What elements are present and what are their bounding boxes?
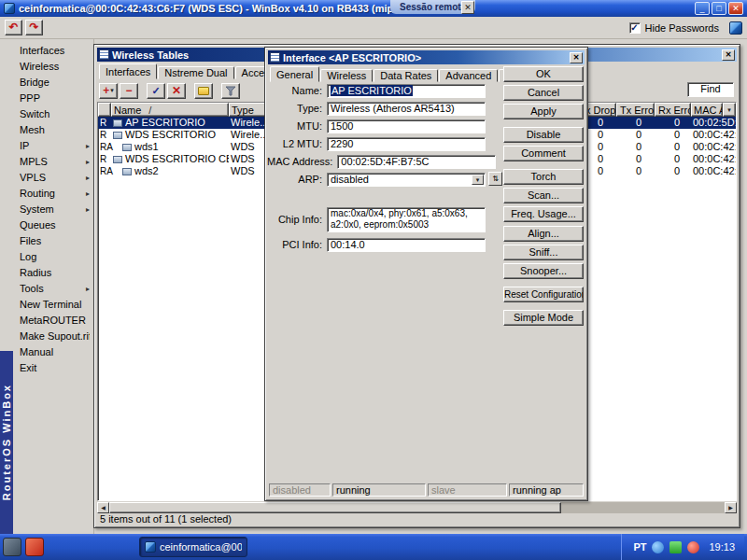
sidebar-item-vpls[interactable]: VPLS▸: [13, 170, 93, 186]
sidebar-item-manual[interactable]: Manual: [13, 344, 93, 360]
apply-button[interactable]: Apply: [503, 104, 584, 119]
arp-updown-button[interactable]: ⇅: [488, 172, 502, 186]
sidebar-item-ip[interactable]: IP▸: [13, 138, 93, 154]
arp-select[interactable]: disabled ▾: [327, 173, 486, 187]
sidebar-item-switch[interactable]: Switch: [13, 106, 93, 122]
sidebar-item-system[interactable]: System▸: [13, 202, 93, 217]
scrollbar-thumb[interactable]: [109, 502, 561, 513]
tab-general[interactable]: General: [270, 66, 319, 82]
sidebar-item-label: Manual: [20, 344, 90, 360]
ok-button[interactable]: OK: [503, 66, 584, 82]
taskbar-quicklaunch-icon-1[interactable]: [3, 538, 21, 556]
sidebar-item-tools[interactable]: Tools▸: [13, 281, 93, 297]
language-indicator[interactable]: PT: [633, 541, 646, 553]
comment-button[interactable]: [194, 83, 213, 99]
taskbar-quicklaunch-icon-2[interactable]: [25, 538, 44, 556]
undo-button[interactable]: ↶: [5, 20, 22, 35]
horizontal-scrollbar[interactable]: ◀ ▶: [97, 502, 737, 513]
taskbar-task-winbox[interactable]: ceinformatica@00:0...: [139, 537, 247, 557]
column-header-flags[interactable]: [98, 103, 111, 117]
hide-passwords-control[interactable]: ✓ Hide Passwords: [629, 22, 719, 34]
disable-button[interactable]: ✕: [167, 83, 186, 99]
sidebar-item-label: Mesh: [20, 122, 90, 138]
row-rx-errors: 0: [655, 165, 691, 177]
tab-wireless[interactable]: Wireless: [320, 69, 373, 82]
sidebar-item-routing[interactable]: Routing▸: [13, 186, 93, 202]
simple-mode-button[interactable]: Simple Mode: [503, 310, 584, 326]
torch-button[interactable]: Torch: [503, 169, 584, 185]
session-close-button[interactable]: ✕: [461, 1, 474, 14]
scan-button[interactable]: Scan...: [503, 188, 584, 203]
remove-button[interactable]: −: [120, 83, 138, 99]
sidebar-item-label: Switch: [20, 106, 90, 122]
row-name: WDS ESCRITORIO CB: [125, 153, 229, 165]
mtu-input[interactable]: 1500: [327, 119, 486, 133]
enable-button[interactable]: ✓: [147, 83, 165, 99]
sidebar-item-metarouter[interactable]: MetaROUTER: [13, 313, 93, 329]
column-header-type[interactable]: Type: [229, 103, 266, 117]
reset-configuration-button[interactable]: Reset Configuration: [503, 287, 584, 302]
row-name: WDS ESCRITORIO: [125, 129, 216, 141]
tray-status-icon-3[interactable]: [687, 541, 699, 553]
tab-interfaces[interactable]: Interfaces: [99, 63, 157, 79]
submenu-arrow-icon: ▸: [86, 202, 90, 217]
name-input[interactable]: AP ESCRITORIO: [327, 84, 486, 98]
snooper-button[interactable]: Snooper...: [503, 263, 584, 279]
sidebar-item-queues[interactable]: Queues: [13, 217, 93, 233]
scrollbar-track[interactable]: [561, 502, 725, 513]
find-button[interactable]: Find: [687, 82, 734, 97]
column-select-button[interactable]: ▾: [723, 103, 736, 117]
l2-mtu-input[interactable]: 2290: [327, 137, 486, 151]
column-label: Type: [232, 105, 254, 116]
wireless-tables-title: Wireless Tables: [112, 49, 189, 61]
sidebar-item-mesh[interactable]: Mesh: [13, 122, 93, 138]
sidebar-item-log[interactable]: Log: [13, 249, 93, 265]
chip-info-field-row: Chip Info: mac:0xa/0x4, phy:0x61, a5:0x6…: [267, 206, 502, 232]
mac-address-input[interactable]: 00:02:5D:4F:B7:5C: [337, 155, 496, 169]
brand-strip: RouterOS WinBox: [0, 39, 13, 534]
freq-usage-button[interactable]: Freq. Usage...: [503, 206, 584, 222]
sidebar-item-mpls[interactable]: MPLS▸: [13, 154, 93, 170]
combo-dropdown-icon[interactable]: ▾: [472, 175, 484, 185]
align-button[interactable]: Align...: [503, 226, 584, 242]
sidebar-item-bridge[interactable]: Bridge: [13, 75, 93, 91]
tab-nstreme-dual[interactable]: Nstreme Dual: [158, 66, 233, 79]
sidebar-item-ppp[interactable]: PPP: [13, 91, 93, 106]
sidebar-item-interfaces[interactable]: Interfaces: [13, 43, 93, 59]
sidebar-item-label: Routing: [20, 186, 86, 202]
cancel-button[interactable]: Cancel: [503, 85, 584, 101]
sidebar-item-make-supout[interactable]: Make Supout.rif: [13, 329, 93, 344]
column-header-name[interactable]: Name/: [111, 103, 229, 117]
sidebar-item-radius[interactable]: Radius: [13, 265, 93, 281]
interface-dialog-close-button[interactable]: ✕: [570, 52, 583, 63]
tray-status-icon-2[interactable]: [669, 541, 682, 553]
sidebar-item-exit[interactable]: Exit: [13, 360, 93, 376]
wireless-tables-close-button[interactable]: ✕: [722, 49, 735, 61]
column-header-tx-errors[interactable]: Tx Errors: [616, 103, 655, 117]
scroll-left-button[interactable]: ◀: [97, 502, 109, 513]
interface-dialog-titlebar[interactable]: Interface <AP ESCRITORIO> ✕: [268, 50, 585, 64]
tab-data-rates[interactable]: Data Rates: [374, 69, 438, 82]
disable-button[interactable]: Disable: [503, 127, 584, 143]
minimize-button[interactable]: _: [695, 2, 710, 15]
sidebar-item-wireless[interactable]: Wireless: [13, 59, 93, 75]
scroll-right-button[interactable]: ▶: [725, 502, 737, 513]
filter-button[interactable]: [221, 83, 240, 99]
tab-advanced[interactable]: Advanced: [439, 69, 498, 82]
comment-button[interactable]: Comment: [503, 146, 584, 161]
tray-status-icon-1[interactable]: [652, 541, 664, 553]
close-button[interactable]: ✕: [728, 2, 743, 15]
sidebar-item-new-terminal[interactable]: New Terminal: [13, 297, 93, 313]
column-header-rx-errors[interactable]: Rx Errors: [655, 103, 691, 117]
column-header-mac-address[interactable]: MAC A: [691, 103, 723, 117]
redo-button[interactable]: ↷: [25, 20, 43, 35]
row-flags: R: [98, 117, 111, 129]
sniff-button[interactable]: Sniff...: [503, 245, 584, 260]
sidebar-item-files[interactable]: Files: [13, 233, 93, 249]
add-button[interactable]: +▾: [99, 83, 118, 99]
remote-window-titlebar[interactable]: ceinformatica@00:0C:42:43:C6:F7 (WDS ESC…: [0, 0, 747, 17]
checkbox-checked-icon[interactable]: ✓: [629, 22, 641, 34]
maximize-button[interactable]: □: [712, 2, 726, 15]
name-field-row: Name: AP ESCRITORIO: [267, 83, 502, 98]
row-mac-address: 00:0C:42:3: [691, 141, 736, 153]
